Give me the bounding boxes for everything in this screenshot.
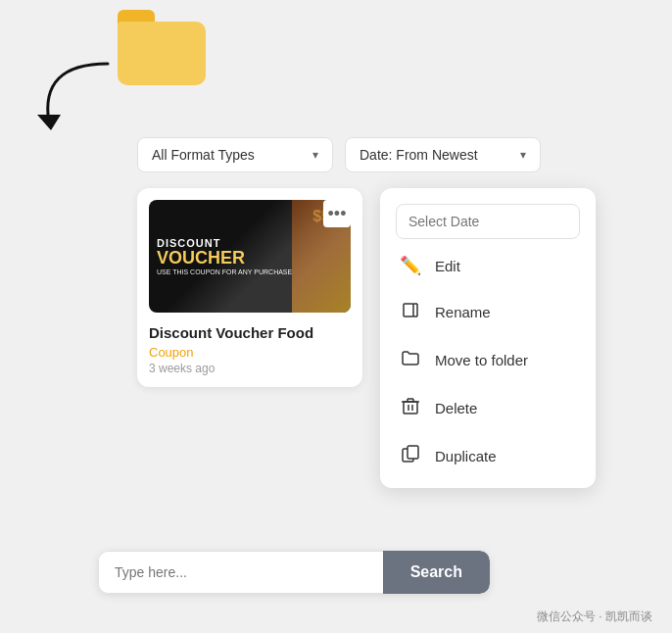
voucher-text-area: DISCOUNT VOUCHER USE THIS COUPON FOR ANY… [157,237,292,275]
filter-row: All Format Types ▾ Date: From Newest ▾ [137,137,627,172]
edit-icon: ✏️ [400,255,421,276]
duplicate-icon [400,444,421,468]
card-tag: Coupon [149,345,351,360]
delete-icon [400,396,421,420]
content-area: DISCOUNT VOUCHER USE THIS COUPON FOR ANY… [137,188,627,387]
svg-rect-5 [404,402,417,414]
svg-rect-1 [404,304,413,316]
format-filter-dropdown[interactable]: All Format Types ▾ [137,137,333,172]
rename-icon [400,300,421,324]
date-chevron-icon: ▾ [520,148,526,162]
card-title: Discount Voucher Food [149,324,351,341]
delete-label: Delete [435,400,477,416]
format-filter-label: All Format Types [152,147,255,163]
edit-label: Edit [435,258,460,274]
voucher-sub: USE THIS COUPON FOR ANY PURCHASE [157,268,292,275]
arrow-area [20,54,137,156]
date-filter-dropdown[interactable]: Date: From Newest ▾ [345,137,541,172]
context-menu-duplicate[interactable]: Duplicate [380,432,596,480]
watermark: 微信公众号 · 凯凯而谈 [537,609,652,625]
svg-marker-0 [37,115,61,130]
duplicate-label: Duplicate [435,448,497,464]
move-label: Move to folder [435,352,528,368]
page-wrapper: All Format Types ▾ Date: From Newest ▾ D… [0,0,672,633]
context-menu-delete[interactable]: Delete [380,384,596,432]
card-date: 3 weeks ago [149,362,351,375]
svg-rect-13 [408,446,418,459]
context-menu-rename[interactable]: Rename [380,288,596,336]
search-bar: Search [98,551,490,594]
format-chevron-icon: ▾ [312,148,318,162]
voucher-card: DISCOUNT VOUCHER USE THIS COUPON FOR ANY… [137,188,362,387]
move-folder-icon [400,348,421,372]
arrow-icon [20,54,137,152]
voucher-big: VOUCHER [157,249,292,267]
date-select-input[interactable] [396,204,580,239]
search-input[interactable] [98,551,383,594]
date-filter-label: Date: From Newest [360,147,478,163]
context-menu-move[interactable]: Move to folder [380,336,596,384]
card-image: DISCOUNT VOUCHER USE THIS COUPON FOR ANY… [149,200,351,313]
card-image-content: DISCOUNT VOUCHER USE THIS COUPON FOR ANY… [149,200,351,313]
context-menu: ✏️ Edit Rename [380,188,596,488]
context-menu-edit[interactable]: ✏️ Edit [380,243,596,288]
search-button[interactable]: Search [383,551,490,594]
rename-label: Rename [435,304,491,320]
card-more-button[interactable]: ••• [323,200,351,227]
main-panel: All Format Types ▾ Date: From Newest ▾ D… [137,137,627,387]
